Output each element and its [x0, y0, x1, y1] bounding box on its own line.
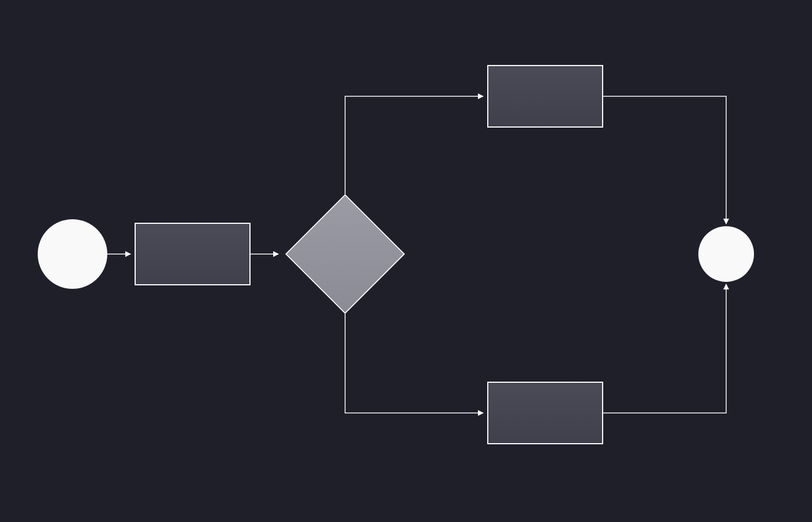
node-start[interactable]: [38, 219, 107, 289]
node-decision[interactable]: [303, 212, 387, 296]
node-branch-top[interactable]: [487, 65, 603, 128]
edge-decision-to-branch-bottom: [345, 314, 483, 413]
edge-decision-to-branch-top: [345, 96, 483, 194]
edge-branch-bottom-to-end: [603, 284, 726, 413]
node-step1[interactable]: [135, 223, 251, 285]
edges-layer: [0, 0, 812, 522]
node-branch-bottom[interactable]: [487, 382, 603, 444]
edge-branch-top-to-end: [603, 96, 726, 224]
flowchart-canvas: [0, 0, 812, 522]
node-end[interactable]: [698, 226, 754, 282]
